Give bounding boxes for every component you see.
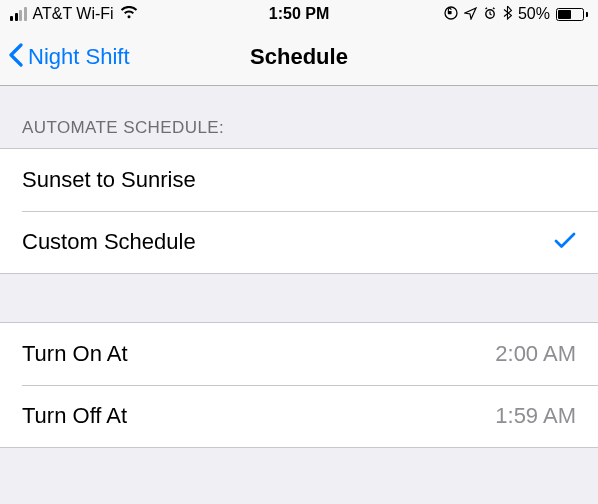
automate-section-header: AUTOMATE SCHEDULE: — [0, 86, 598, 148]
wifi-icon — [120, 5, 138, 23]
time-settings-list: Turn On At 2:00 AM Turn Off At 1:59 AM — [0, 322, 598, 448]
turn-off-label: Turn Off At — [22, 403, 127, 429]
alarm-icon — [483, 6, 497, 23]
battery-icon — [556, 8, 588, 21]
checkmark-icon — [554, 228, 576, 256]
option-sunset-to-sunrise[interactable]: Sunset to Sunrise — [0, 149, 598, 211]
status-time: 1:50 PM — [269, 5, 329, 23]
back-button[interactable]: Night Shift — [8, 42, 130, 72]
back-label: Night Shift — [28, 44, 130, 70]
nav-bar: Night Shift Schedule — [0, 28, 598, 86]
turn-on-label: Turn On At — [22, 341, 128, 367]
status-right: 50% — [444, 5, 588, 23]
page-title: Schedule — [250, 44, 348, 70]
svg-rect-1 — [448, 11, 452, 14]
schedule-options-list: Sunset to Sunrise Custom Schedule — [0, 148, 598, 274]
option-custom-schedule[interactable]: Custom Schedule — [0, 211, 598, 273]
bluetooth-icon — [503, 5, 512, 23]
status-bar: AT&T Wi-Fi 1:50 PM 50% — [0, 0, 598, 28]
turn-off-at-row[interactable]: Turn Off At 1:59 AM — [0, 385, 598, 447]
turn-off-value: 1:59 AM — [495, 403, 576, 429]
lock-icon — [444, 6, 458, 23]
option-label: Custom Schedule — [22, 229, 196, 255]
option-label: Sunset to Sunrise — [22, 167, 196, 193]
chevron-left-icon — [8, 42, 24, 72]
location-icon — [464, 6, 477, 23]
section-spacer — [0, 274, 598, 322]
turn-on-value: 2:00 AM — [495, 341, 576, 367]
turn-on-at-row[interactable]: Turn On At 2:00 AM — [0, 323, 598, 385]
status-left: AT&T Wi-Fi — [10, 5, 138, 23]
battery-pct: 50% — [518, 5, 550, 23]
signal-icon — [10, 7, 27, 21]
carrier-label: AT&T Wi-Fi — [33, 5, 114, 23]
